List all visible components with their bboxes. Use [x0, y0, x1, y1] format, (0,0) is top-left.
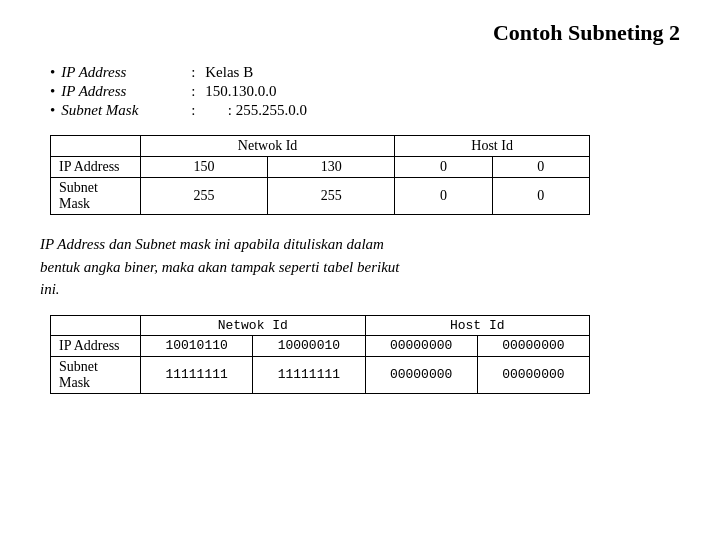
bullet-value: 150.130.0.0: [205, 83, 680, 100]
table1-container: Netwok Id Host Id IP Address 150 130 0 0…: [40, 135, 680, 215]
bullet-icon: •: [50, 83, 55, 100]
table-cell: [51, 136, 141, 157]
table-row: Netwok Id Host Id: [51, 315, 590, 335]
list-item: • Subnet Mask : : 255.255.0.0: [50, 102, 680, 119]
table-cell: 0: [395, 157, 492, 178]
table-cell: 10010110: [141, 335, 253, 356]
table-row: Subnet Mask 255 255 0 0: [51, 178, 590, 215]
table-cell: 00000000: [365, 356, 477, 393]
table2-container: Netwok Id Host Id IP Address 10010110 10…: [40, 315, 680, 394]
table-row: Netwok Id Host Id: [51, 136, 590, 157]
italic-text: Subnet: [135, 236, 176, 252]
table-cell: 10000010: [253, 335, 365, 356]
table-cell: 00000000: [477, 335, 589, 356]
table-row: IP Address 10010110 10000010 00000000 00…: [51, 335, 590, 356]
bullet-icon: •: [50, 64, 55, 81]
bullet-colon: :: [191, 83, 205, 100]
list-item: • IP Address : 150.130.0.0: [50, 83, 680, 100]
bullet-colon: :: [191, 64, 205, 81]
bullet-list: • IP Address : Kelas B • IP Address : 15…: [40, 64, 680, 119]
table-cell: IP Address: [51, 157, 141, 178]
table-cell: Subnet Mask: [51, 178, 141, 215]
table-cell: Netwok Id: [141, 315, 366, 335]
bullet-colon: :: [191, 102, 205, 119]
table-cell: 00000000: [477, 356, 589, 393]
italic-text: IP Address: [40, 236, 105, 252]
bullet-value: Kelas B: [205, 64, 680, 81]
table-cell: 0: [492, 178, 589, 215]
table-cell: 130: [268, 157, 395, 178]
bullet-value: : 255.255.0.0: [205, 102, 680, 119]
table-cell: 0: [395, 178, 492, 215]
bullet-label: IP Address: [61, 83, 191, 100]
table-row: Subnet Mask 11111111 11111111 00000000 0…: [51, 356, 590, 393]
table-cell: [51, 315, 141, 335]
paragraph-text: IP Address dan Subnet mask ini apabila d…: [40, 233, 680, 301]
table-cell: Netwok Id: [141, 136, 395, 157]
table-cell: 0: [492, 157, 589, 178]
table-cell: 11111111: [141, 356, 253, 393]
list-item: • IP Address : Kelas B: [50, 64, 680, 81]
bullet-icon: •: [50, 102, 55, 119]
table-cell: 255: [141, 178, 268, 215]
table-cell: Subnet Mask: [51, 356, 141, 393]
page: Contoh Subneting 2 • IP Address : Kelas …: [0, 0, 720, 540]
table-cell: 11111111: [253, 356, 365, 393]
page-title: Contoh Subneting 2: [40, 20, 680, 46]
bullet-label: IP Address: [61, 64, 191, 81]
table-cell: 150: [141, 157, 268, 178]
table-row: IP Address 150 130 0 0: [51, 157, 590, 178]
table-cell: Host Id: [395, 136, 590, 157]
table2: Netwok Id Host Id IP Address 10010110 10…: [50, 315, 590, 394]
normal-text: dan: [105, 236, 135, 252]
bullet-label: Subnet Mask: [61, 102, 191, 119]
table-cell: IP Address: [51, 335, 141, 356]
table-cell: 00000000: [365, 335, 477, 356]
table-cell: Host Id: [365, 315, 590, 335]
table-cell: 255: [268, 178, 395, 215]
table1: Netwok Id Host Id IP Address 150 130 0 0…: [50, 135, 590, 215]
